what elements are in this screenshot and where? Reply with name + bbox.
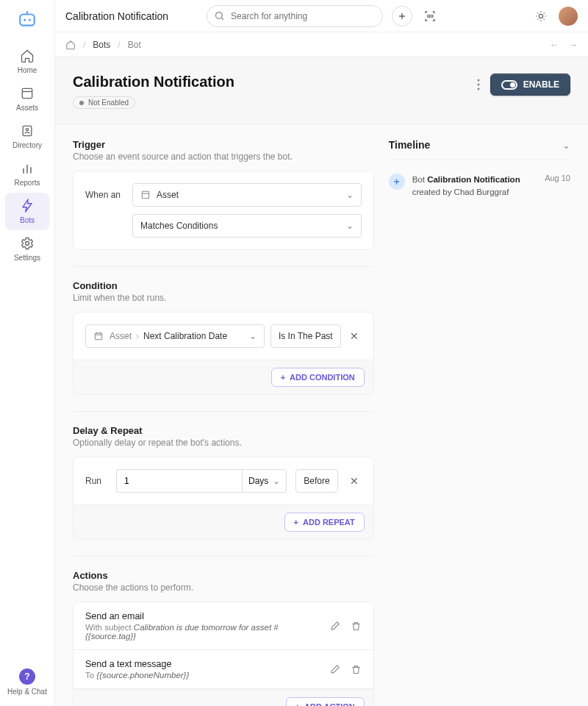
- help-icon: ?: [19, 668, 35, 685]
- search-input[interactable]: [207, 5, 383, 27]
- svg-point-1: [24, 18, 26, 21]
- asset-icon: [140, 190, 151, 200]
- delete-action[interactable]: [351, 664, 362, 675]
- plus-icon: +: [389, 174, 405, 190]
- topbar-title: Calibration Notification: [65, 10, 168, 22]
- directory-icon: [20, 124, 35, 138]
- add-button[interactable]: [392, 6, 412, 26]
- chevron-down-icon: ⌄: [346, 190, 354, 200]
- home-icon: [20, 49, 35, 63]
- svg-point-12: [216, 12, 223, 18]
- delete-action[interactable]: [351, 621, 362, 632]
- run-label: Run: [85, 476, 107, 486]
- timeline-entry: + Bot Calibration Notification created b…: [389, 174, 570, 199]
- trash-icon: [351, 621, 362, 632]
- delay-value-input[interactable]: [116, 469, 242, 493]
- nav-bots[interactable]: Bots: [5, 193, 49, 230]
- condition-section: Condition Limit when the bot runs. Asse: [73, 280, 374, 395]
- svg-line-13: [221, 18, 223, 20]
- page-header: Calibration Notification Not Enabled ENA…: [55, 57, 588, 124]
- delay-direction[interactable]: Before: [295, 469, 337, 493]
- svg-point-30: [477, 84, 479, 86]
- chevron-down-icon: ⌄: [346, 221, 354, 231]
- svg-rect-32: [142, 191, 148, 198]
- user-avatar[interactable]: [559, 7, 578, 26]
- nav-back[interactable]: ←: [550, 40, 559, 50]
- add-action-button[interactable]: + ADD ACTION: [286, 697, 365, 706]
- trash-icon: [351, 664, 362, 675]
- chevron-down-icon: ⌄: [562, 140, 570, 151]
- svg-rect-34: [95, 333, 101, 340]
- action-row: Send an email With subject Calibration i…: [74, 602, 373, 650]
- svg-rect-4: [22, 88, 32, 98]
- add-condition-button[interactable]: + ADD CONDITION: [271, 368, 365, 387]
- app-logo[interactable]: [17, 9, 37, 29]
- help-chat[interactable]: ? Help & Chat: [7, 668, 47, 706]
- nav-settings[interactable]: Settings: [5, 230, 49, 268]
- crumb-bots[interactable]: Bots: [93, 40, 110, 50]
- svg-point-29: [477, 79, 479, 82]
- add-repeat-button[interactable]: + ADD REPEAT: [284, 513, 365, 532]
- delay-unit-select[interactable]: Days ⌄: [242, 469, 287, 493]
- svg-point-11: [26, 242, 29, 246]
- trigger-source-select[interactable]: Asset ⌄: [132, 183, 362, 207]
- home-crumb-icon[interactable]: [65, 40, 76, 50]
- sun-icon: [535, 10, 547, 22]
- trigger-action-select[interactable]: Matches Conditions ⌄: [132, 214, 362, 238]
- action-row: Send a text message To {{source.phoneNum…: [74, 650, 373, 689]
- nav-reports[interactable]: Reports: [5, 155, 49, 193]
- svg-line-25: [537, 13, 538, 13]
- when-label: When an: [85, 190, 125, 200]
- svg-point-20: [539, 14, 542, 18]
- status-dot-icon: [79, 101, 84, 105]
- actions-section: Actions Choose the actions to perform. S…: [73, 570, 374, 706]
- kebab-icon: [477, 79, 480, 90]
- svg-line-27: [537, 18, 538, 19]
- svg-point-31: [477, 88, 479, 90]
- condition-operator[interactable]: Is In The Past: [270, 324, 341, 348]
- calendar-icon: [93, 331, 104, 341]
- topbar: Calibration Notification: [55, 0, 588, 32]
- status-badge: Not Enabled: [73, 96, 135, 109]
- search-icon: [214, 10, 225, 21]
- search: [207, 5, 383, 27]
- timeline-date: Aug 10: [545, 174, 570, 182]
- crumb-current: Bot: [128, 40, 141, 50]
- remove-delay[interactable]: ✕: [347, 476, 362, 486]
- pencil-icon: [329, 621, 340, 632]
- enable-button[interactable]: ENABLE: [490, 74, 570, 96]
- svg-line-26: [544, 18, 545, 19]
- sidebar: Home Assets Directory Reports Bots Setti…: [0, 0, 55, 706]
- delay-section: Delay & Repeat Optionally delay or repea…: [73, 425, 374, 540]
- svg-line-28: [544, 13, 545, 13]
- chevron-down-icon: ⌄: [249, 331, 257, 341]
- bolt-icon: [20, 199, 35, 213]
- edit-action[interactable]: [329, 621, 340, 632]
- scan-icon: [423, 10, 437, 23]
- assets-icon: [20, 86, 35, 101]
- edit-action[interactable]: [329, 664, 340, 675]
- nav-forward[interactable]: →: [569, 40, 578, 50]
- scan-button[interactable]: [421, 7, 439, 25]
- breadcrumb: / Bots / Bot ← →: [55, 32, 588, 57]
- remove-condition[interactable]: ✕: [347, 331, 362, 341]
- theme-toggle[interactable]: [532, 7, 550, 25]
- nav-directory[interactable]: Directory: [5, 118, 49, 155]
- svg-rect-0: [20, 15, 35, 26]
- page-title: Calibration Notification: [73, 74, 234, 90]
- nav-home[interactable]: Home: [5, 43, 49, 80]
- toggle-icon: [501, 80, 517, 90]
- plus-icon: [397, 11, 407, 21]
- svg-point-7: [26, 129, 28, 131]
- more-menu[interactable]: [474, 76, 483, 93]
- timeline-header[interactable]: Timeline ⌄: [389, 139, 570, 151]
- condition-field-select[interactable]: Asset › Next Calibration Date ⌄: [85, 324, 265, 348]
- svg-point-2: [29, 18, 31, 21]
- pencil-icon: [329, 664, 340, 675]
- plus-icon: +: [281, 373, 285, 382]
- plus-icon: +: [294, 518, 298, 527]
- plus-icon: +: [295, 702, 300, 706]
- nav-assets[interactable]: Assets: [5, 80, 49, 118]
- reports-icon: [20, 161, 35, 176]
- trigger-section: Trigger Choose an event source and actio…: [73, 139, 374, 250]
